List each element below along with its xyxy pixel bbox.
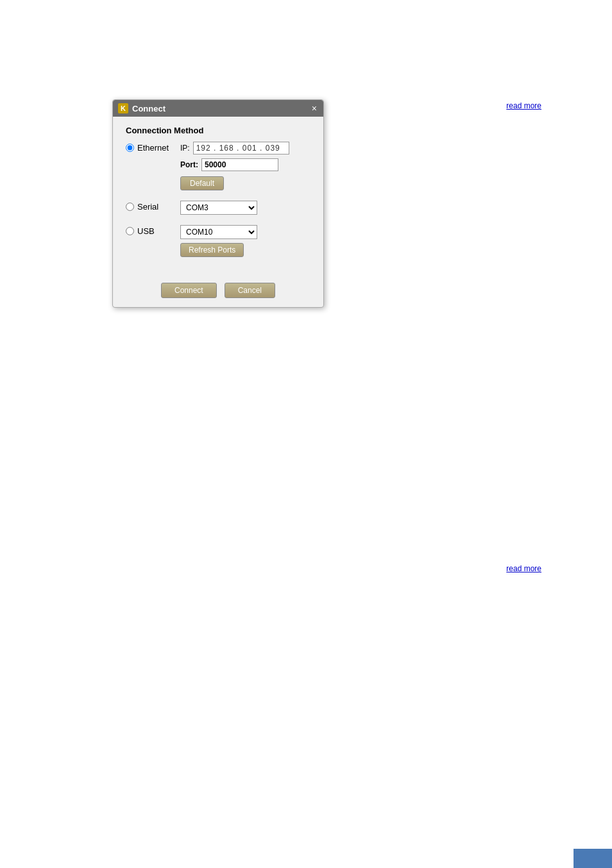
top-read-more-link[interactable]: read more <box>506 101 541 110</box>
default-button[interactable]: Default <box>180 176 224 190</box>
ethernet-radio[interactable] <box>126 144 134 152</box>
serial-label[interactable]: Serial <box>137 202 158 212</box>
app-icon: K <box>118 103 128 113</box>
dialog-title: Connect <box>132 104 166 113</box>
usb-inner-controls: COM10 COM11 COM12 Refresh Ports <box>180 225 310 257</box>
serial-label-col: Serial <box>126 201 180 212</box>
ethernet-label-col: Ethernet <box>126 142 180 153</box>
usb-label-col: USB <box>126 225 180 236</box>
serial-row: Serial COM3 COM1 COM2 COM4 <box>126 201 310 215</box>
ethernet-controls: IP: Port: Default <box>180 142 310 190</box>
bottom-read-more-link[interactable]: read more <box>506 564 541 573</box>
usb-row: USB COM10 COM11 COM12 Refresh Ports <box>126 225 310 257</box>
serial-radio[interactable] <box>126 203 134 211</box>
port-row: Port: <box>180 158 310 171</box>
ip-input[interactable] <box>193 142 289 154</box>
dialog-body: Connection Method Ethernet IP: Port: Def… <box>113 117 323 278</box>
dialog-close-button[interactable]: × <box>310 104 318 113</box>
usb-com-select[interactable]: COM10 COM11 COM12 <box>180 225 257 239</box>
port-input[interactable] <box>201 158 278 171</box>
connect-button[interactable]: Connect <box>161 283 217 298</box>
serial-com-select[interactable]: COM3 COM1 COM2 COM4 <box>180 201 257 215</box>
cancel-button[interactable]: Cancel <box>225 283 275 298</box>
bottom-blue-decoration <box>574 849 612 868</box>
dialog-footer: Connect Cancel <box>113 278 323 307</box>
usb-controls: COM10 COM11 COM12 Refresh Ports <box>180 225 310 257</box>
ip-label: IP: <box>180 144 190 153</box>
ip-row: IP: <box>180 142 310 154</box>
dialog-titlebar: K Connect × <box>113 100 323 117</box>
usb-label[interactable]: USB <box>137 226 155 236</box>
titlebar-left: K Connect <box>118 103 166 113</box>
port-label: Port: <box>180 160 198 169</box>
ethernet-label[interactable]: Ethernet <box>137 143 169 153</box>
section-title: Connection Method <box>126 126 310 135</box>
usb-radio[interactable] <box>126 227 134 235</box>
serial-controls: COM3 COM1 COM2 COM4 <box>180 201 310 215</box>
ethernet-row: Ethernet IP: Port: Default <box>126 142 310 190</box>
connect-dialog: K Connect × Connection Method Ethernet I… <box>112 99 324 308</box>
refresh-ports-button[interactable]: Refresh Ports <box>180 243 244 257</box>
